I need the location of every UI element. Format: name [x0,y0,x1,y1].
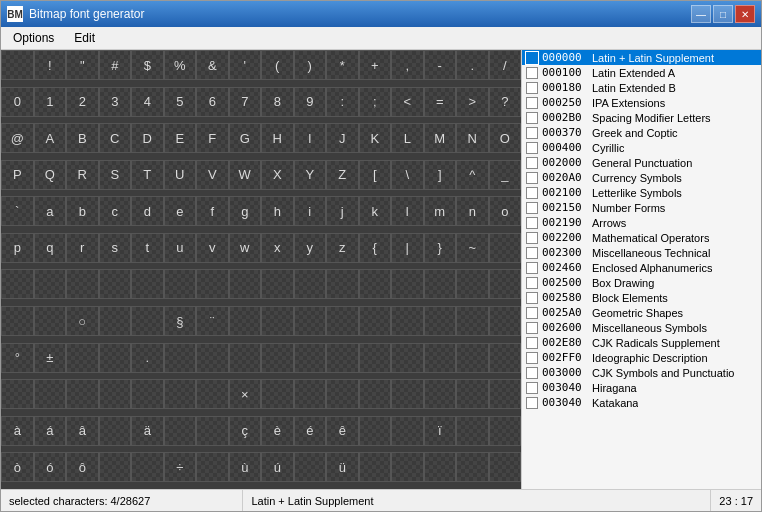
unicode-list-item[interactable]: 002580Block Elements [522,290,761,305]
char-cell[interactable]: w [229,233,262,263]
char-cell[interactable]: B [66,123,99,153]
char-cell[interactable]: Z [326,160,359,190]
char-cell[interactable] [229,343,262,373]
char-cell[interactable] [391,379,424,409]
char-cell[interactable]: ï [424,416,457,446]
minimize-button[interactable]: — [691,5,711,23]
char-cell[interactable]: ü [326,452,359,482]
char-cell[interactable]: @ [1,123,34,153]
char-cell[interactable]: 1 [34,87,67,117]
char-cell[interactable]: ( [261,50,294,80]
unicode-checkbox[interactable] [526,322,538,334]
unicode-list-item[interactable]: 002100Letterlike Symbols [522,185,761,200]
char-cell[interactable]: l [391,196,424,226]
unicode-list-item[interactable]: 000180Latin Extended B [522,80,761,95]
char-cell[interactable]: ; [359,87,392,117]
char-cell[interactable] [424,306,457,336]
char-cell[interactable]: L [391,123,424,153]
unicode-list-item[interactable]: 0002B0Spacing Modifier Letters [522,110,761,125]
char-cell[interactable]: ○ [66,306,99,336]
char-cell[interactable]: n [456,196,489,226]
char-cell[interactable]: c [99,196,132,226]
char-cell[interactable] [164,269,197,299]
unicode-checkbox[interactable] [526,67,538,79]
char-cell[interactable] [391,306,424,336]
char-cell[interactable] [424,269,457,299]
char-cell[interactable]: ò [1,452,34,482]
char-cell[interactable]: ú [261,452,294,482]
char-cell[interactable] [424,452,457,482]
char-cell[interactable] [326,379,359,409]
char-cell[interactable] [359,416,392,446]
char-cell[interactable]: 8 [261,87,294,117]
char-cell[interactable] [456,269,489,299]
char-cell[interactable]: : [326,87,359,117]
char-cell[interactable]: v [196,233,229,263]
char-cell[interactable] [99,343,132,373]
char-cell[interactable]: h [261,196,294,226]
char-cell[interactable] [294,343,327,373]
unicode-checkbox[interactable] [526,397,538,409]
char-cell[interactable]: g [229,196,262,226]
char-cell[interactable]: ! [34,50,67,80]
char-cell[interactable]: - [424,50,457,80]
char-cell[interactable]: D [131,123,164,153]
char-cell[interactable] [164,343,197,373]
close-button[interactable]: ✕ [735,5,755,23]
char-cell[interactable]: 3 [99,87,132,117]
char-cell[interactable] [261,343,294,373]
char-cell[interactable]: + [359,50,392,80]
unicode-checkbox[interactable] [526,157,538,169]
char-cell[interactable]: ó [34,452,67,482]
char-cell[interactable]: ) [294,50,327,80]
char-cell[interactable] [1,269,34,299]
unicode-checkbox[interactable] [526,367,538,379]
unicode-checkbox[interactable] [526,127,538,139]
char-cell[interactable] [489,233,522,263]
unicode-list-item[interactable]: 003040Katakana [522,395,761,410]
char-cell[interactable] [66,379,99,409]
char-cell[interactable]: " [66,50,99,80]
char-cell[interactable] [1,50,34,80]
unicode-list-item[interactable]: 0020A0Currency Symbols [522,170,761,185]
char-cell[interactable] [34,306,67,336]
char-cell[interactable]: Y [294,160,327,190]
char-cell[interactable]: Q [34,160,67,190]
char-cell[interactable] [131,269,164,299]
char-cell[interactable] [131,379,164,409]
char-cell[interactable]: r [66,233,99,263]
char-cell[interactable]: 5 [164,87,197,117]
char-cell[interactable]: ' [229,50,262,80]
char-cell[interactable]: s [99,233,132,263]
char-cell[interactable] [359,269,392,299]
char-cell[interactable] [196,379,229,409]
char-cell[interactable]: X [261,160,294,190]
char-cell[interactable]: ? [489,87,522,117]
unicode-list-item[interactable]: 000400Cyrillic [522,140,761,155]
char-cell[interactable] [1,379,34,409]
char-cell[interactable]: q [34,233,67,263]
unicode-list-item[interactable]: 002200Mathematical Operators [522,230,761,245]
char-cell[interactable]: 0 [1,87,34,117]
char-cell[interactable]: ~ [456,233,489,263]
char-cell[interactable] [359,343,392,373]
char-cell[interactable]: 4 [131,87,164,117]
char-cell[interactable]: × [229,379,262,409]
char-cell[interactable]: j [326,196,359,226]
char-cell[interactable]: k [359,196,392,226]
char-cell[interactable] [489,379,522,409]
unicode-checkbox[interactable] [526,277,538,289]
char-cell[interactable]: à [1,416,34,446]
unicode-list-item[interactable]: 000370Greek and Coptic [522,125,761,140]
char-cell[interactable] [196,343,229,373]
char-cell[interactable]: b [66,196,99,226]
char-cell[interactable] [261,269,294,299]
unicode-checkbox[interactable] [526,112,538,124]
unicode-checkbox[interactable] [526,97,538,109]
char-cell[interactable]: = [424,87,457,117]
char-cell[interactable]: F [196,123,229,153]
char-cell[interactable]: & [196,50,229,80]
unicode-checkbox[interactable] [526,142,538,154]
char-cell[interactable]: S [99,160,132,190]
char-cell[interactable] [391,452,424,482]
